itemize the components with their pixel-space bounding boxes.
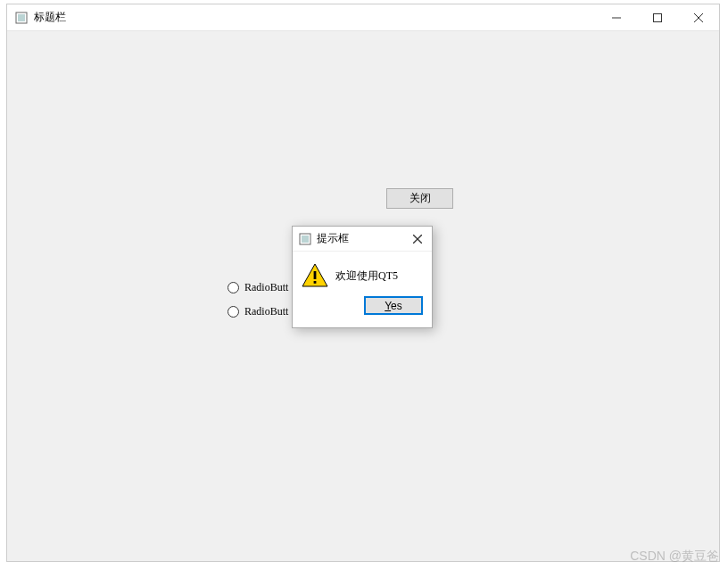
- close-button-label: 关闭: [410, 191, 431, 206]
- window-title: 标题栏: [34, 10, 596, 25]
- radio-item[interactable]: RadioButt: [228, 305, 288, 318]
- radio-icon: [228, 306, 239, 318]
- radio-icon: [228, 282, 239, 293]
- radio-label: RadioButt: [244, 281, 288, 294]
- dialog-title: 提示框: [317, 231, 403, 246]
- radio-label: RadioButt: [244, 305, 288, 318]
- maximize-button[interactable]: [637, 4, 678, 30]
- main-titlebar: 标题栏: [7, 4, 719, 31]
- message-dialog: 提示框 欢迎使用QT5 Yes: [292, 226, 433, 328]
- dialog-titlebar: 提示框: [293, 227, 432, 252]
- app-icon: [14, 11, 29, 25]
- close-window-button[interactable]: [678, 4, 719, 30]
- dialog-app-icon: [298, 232, 312, 246]
- dialog-message: 欢迎使用QT5: [335, 268, 398, 284]
- svg-rect-3: [654, 13, 662, 21]
- minimize-button[interactable]: [596, 4, 637, 30]
- svg-rect-12: [314, 281, 317, 284]
- svg-rect-1: [18, 14, 25, 21]
- yes-button[interactable]: Yes: [364, 296, 423, 315]
- dialog-close-button[interactable]: [403, 227, 432, 251]
- radio-group: RadioButt RadioButt: [228, 281, 288, 329]
- warning-icon: [302, 263, 328, 288]
- close-button[interactable]: 关闭: [386, 188, 453, 209]
- dialog-body: 欢迎使用QT5: [293, 252, 432, 296]
- svg-rect-7: [302, 235, 309, 243]
- window-controls: [596, 4, 719, 30]
- svg-rect-11: [314, 271, 317, 279]
- radio-item[interactable]: RadioButt: [228, 281, 288, 294]
- yes-button-label: Yes: [385, 300, 402, 312]
- dialog-button-row: Yes: [293, 296, 432, 322]
